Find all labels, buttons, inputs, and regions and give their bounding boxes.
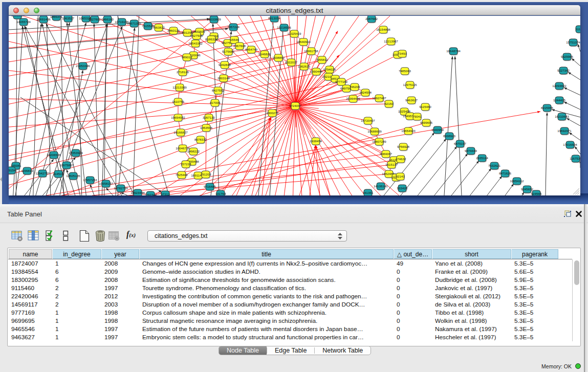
svg-text:1990448: 1990448 bbox=[310, 70, 323, 73]
svg-text:79041: 79041 bbox=[412, 115, 422, 118]
svg-text:1063527: 1063527 bbox=[62, 16, 75, 20]
svg-text:16154808: 16154808 bbox=[376, 28, 390, 31]
svg-text:2300275: 2300275 bbox=[266, 111, 279, 115]
svg-text:19692971: 19692971 bbox=[557, 129, 572, 133]
svg-text:15720407: 15720407 bbox=[361, 119, 375, 122]
svg-text:10607487: 10607487 bbox=[372, 96, 386, 100]
svg-text:9329966: 9329966 bbox=[561, 55, 574, 58]
svg-text:989012: 989012 bbox=[182, 55, 192, 59]
svg-text:20364436: 20364436 bbox=[346, 97, 360, 100]
svg-text:17353924: 17353924 bbox=[69, 151, 83, 155]
svg-text:73493: 73493 bbox=[398, 52, 407, 55]
svg-text:7663822: 7663822 bbox=[153, 26, 165, 29]
svg-text:18807249: 18807249 bbox=[372, 140, 386, 143]
svg-text:7632621: 7632621 bbox=[488, 164, 501, 167]
svg-text:16543362: 16543362 bbox=[188, 41, 203, 45]
svg-text:10688609: 10688609 bbox=[367, 129, 382, 133]
svg-text:11325419: 11325419 bbox=[287, 32, 301, 35]
svg-text:3267130: 3267130 bbox=[203, 116, 215, 119]
svg-text:62160: 62160 bbox=[384, 102, 394, 105]
svg-text:17016504: 17016504 bbox=[563, 143, 577, 146]
svg-text:9756928: 9756928 bbox=[397, 145, 410, 148]
svg-text:10958157: 10958157 bbox=[99, 182, 113, 185]
svg-text:8471626: 8471626 bbox=[499, 171, 512, 175]
svg-text:97312: 97312 bbox=[161, 192, 170, 196]
svg-text:157233: 157233 bbox=[181, 162, 191, 166]
svg-text:10654112: 10654112 bbox=[510, 179, 524, 183]
svg-text:9084067: 9084067 bbox=[380, 152, 393, 156]
svg-text:1527602: 1527602 bbox=[89, 17, 101, 21]
svg-text:15751074: 15751074 bbox=[566, 40, 580, 44]
svg-text:791203: 791203 bbox=[201, 172, 211, 176]
svg-text:9463627: 9463627 bbox=[405, 98, 418, 102]
svg-text:9777169: 9777169 bbox=[335, 80, 348, 83]
svg-text:9115460: 9115460 bbox=[419, 105, 431, 108]
svg-text:7357224: 7357224 bbox=[227, 25, 240, 29]
svg-text:9227342: 9227342 bbox=[557, 69, 570, 72]
svg-text:1362615: 1362615 bbox=[298, 64, 311, 68]
svg-text:1292344: 1292344 bbox=[144, 193, 157, 196]
svg-text:16782759: 16782759 bbox=[114, 186, 128, 190]
svg-text:12093822: 12093822 bbox=[552, 84, 567, 87]
svg-text:6879197: 6879197 bbox=[454, 142, 467, 145]
svg-text:12923448: 12923448 bbox=[130, 191, 145, 194]
svg-text:12505135: 12505135 bbox=[66, 174, 80, 178]
svg-text:17957253: 17957253 bbox=[83, 178, 97, 182]
svg-text:1855371: 1855371 bbox=[50, 16, 63, 18]
svg-text:12213369: 12213369 bbox=[172, 85, 187, 89]
svg-text:19218596: 19218596 bbox=[277, 26, 291, 29]
svg-text:16033809: 16033809 bbox=[207, 17, 221, 21]
svg-text:1538852: 1538852 bbox=[272, 56, 285, 59]
svg-text:1167534: 1167534 bbox=[570, 157, 580, 160]
svg-text:7955812: 7955812 bbox=[316, 58, 329, 61]
svg-text:1615137: 1615137 bbox=[385, 163, 398, 166]
svg-text:1640954: 1640954 bbox=[431, 128, 444, 132]
svg-text:9724097: 9724097 bbox=[289, 104, 302, 107]
svg-text:16210643: 16210643 bbox=[555, 115, 569, 118]
svg-text:16648784: 16648784 bbox=[446, 49, 461, 53]
svg-text:12213967: 12213967 bbox=[384, 39, 398, 43]
svg-text:3860124: 3860124 bbox=[167, 29, 180, 32]
svg-text:2087682: 2087682 bbox=[365, 17, 378, 20]
svg-text:5175685: 5175685 bbox=[222, 50, 235, 53]
svg-text:9699695: 9699695 bbox=[420, 121, 433, 124]
svg-text:1353594: 1353594 bbox=[200, 126, 213, 129]
svg-text:1498222: 1498222 bbox=[187, 149, 200, 153]
svg-text:2718126: 2718126 bbox=[177, 70, 189, 74]
svg-text:2367608: 2367608 bbox=[233, 44, 246, 48]
svg-text:19654932: 19654932 bbox=[171, 116, 185, 119]
svg-text:9716485: 9716485 bbox=[204, 185, 216, 188]
svg-text:14055724: 14055724 bbox=[16, 20, 31, 24]
svg-text:1025458: 1025458 bbox=[398, 110, 411, 113]
svg-text:9527505: 9527505 bbox=[190, 34, 203, 37]
svg-text:16961758: 16961758 bbox=[304, 49, 318, 53]
svg-text:746206: 746206 bbox=[350, 85, 360, 89]
svg-text:9146821: 9146821 bbox=[258, 52, 271, 56]
svg-text:1938454: 1938454 bbox=[310, 139, 322, 143]
svg-text:14136141: 14136141 bbox=[374, 184, 388, 188]
svg-text:12975115: 12975115 bbox=[403, 83, 417, 86]
svg-text:9245652: 9245652 bbox=[521, 187, 534, 191]
svg-text:12942757: 12942757 bbox=[35, 171, 50, 175]
svg-text:8938923: 8938923 bbox=[443, 134, 456, 138]
svg-text:1244415: 1244415 bbox=[553, 98, 566, 102]
svg-text:8813054: 8813054 bbox=[268, 16, 281, 20]
svg-text:20206536: 20206536 bbox=[47, 153, 61, 157]
svg-text:15546: 15546 bbox=[230, 38, 239, 41]
svg-text:6794028: 6794028 bbox=[323, 68, 336, 71]
svg-text:933426: 933426 bbox=[397, 186, 408, 190]
svg-text:8215955: 8215955 bbox=[541, 106, 554, 110]
svg-text:21053346: 21053346 bbox=[76, 64, 90, 68]
svg-text:8186328: 8186328 bbox=[205, 37, 218, 41]
svg-text:141361: 141361 bbox=[363, 191, 374, 194]
svg-text:131764: 131764 bbox=[215, 192, 226, 195]
svg-text:6466160: 6466160 bbox=[101, 17, 114, 21]
svg-text:20691406: 20691406 bbox=[36, 17, 51, 21]
svg-text:2935114: 2935114 bbox=[476, 156, 488, 160]
svg-text:114519: 114519 bbox=[53, 172, 64, 176]
svg-text:174632: 174632 bbox=[396, 157, 406, 161]
svg-text:16671355: 16671355 bbox=[127, 21, 141, 25]
svg-text:92143: 92143 bbox=[396, 174, 405, 178]
svg-text:11123: 11123 bbox=[576, 27, 580, 31]
svg-text:7485063: 7485063 bbox=[399, 69, 411, 73]
